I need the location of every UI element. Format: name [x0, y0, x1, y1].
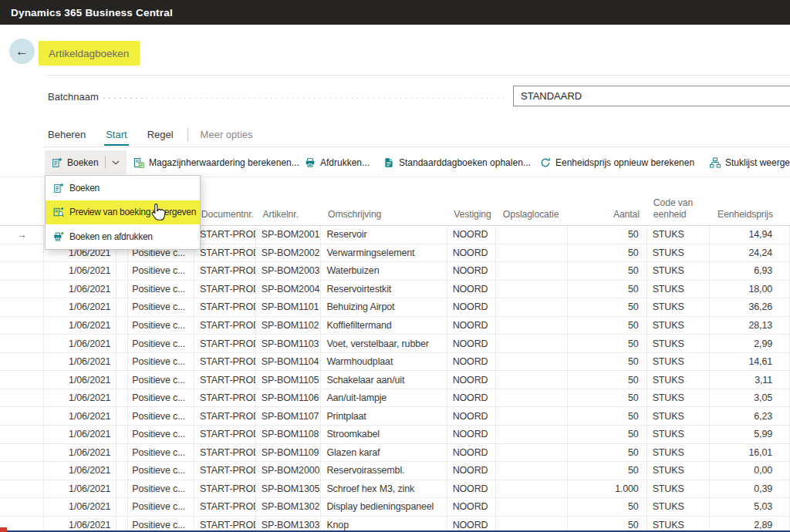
- cell[interactable]: SP-BOM1107: [256, 407, 322, 425]
- cell[interactable]: 1/06/2021: [44, 353, 117, 371]
- cell[interactable]: 5,99: [710, 426, 790, 443]
- cell[interactable]: Positieve c...: [128, 444, 194, 462]
- tab-regel[interactable]: Regel: [147, 129, 174, 140]
- cell[interactable]: 28,13: [710, 317, 790, 335]
- cell[interactable]: [496, 335, 568, 352]
- cell[interactable]: STUKS: [647, 226, 711, 244]
- cell[interactable]: STUKS: [647, 389, 711, 407]
- cell[interactable]: START-PROD: [194, 244, 256, 262]
- cell[interactable]: Behuizing Airpot: [321, 298, 447, 316]
- cell[interactable]: 6,23: [710, 407, 790, 425]
- cell[interactable]: Display bedieningspaneel: [321, 498, 447, 516]
- cell[interactable]: [116, 371, 128, 389]
- cell[interactable]: 6,93: [710, 262, 790, 280]
- cell[interactable]: Printplaat: [321, 407, 447, 425]
- cell[interactable]: START-PROD: [194, 353, 256, 371]
- cell[interactable]: 0,00: [710, 462, 790, 480]
- cell[interactable]: NOORD: [447, 371, 497, 389]
- cell[interactable]: Voet, verstelbaar, rubber: [321, 335, 447, 352]
- cell[interactable]: 1/06/2021: [44, 335, 117, 352]
- cell[interactable]: Positieve c...: [128, 371, 194, 389]
- chevron-down-icon[interactable]: [112, 160, 120, 165]
- cell[interactable]: Positieve c...: [128, 407, 194, 425]
- cell[interactable]: 1/06/2021: [44, 426, 117, 443]
- cell[interactable]: [496, 298, 568, 316]
- cell[interactable]: Positieve c...: [128, 480, 194, 498]
- cell[interactable]: 50: [568, 462, 647, 480]
- cell[interactable]: NOORD: [447, 262, 497, 280]
- back-button[interactable]: ←: [9, 39, 35, 64]
- cell[interactable]: SP-BOM1103: [256, 335, 322, 352]
- cell[interactable]: 1.000: [568, 480, 647, 498]
- cell[interactable]: Reservoirtestkit: [321, 281, 447, 298]
- cell[interactable]: 50: [568, 244, 647, 262]
- cell[interactable]: 5,03: [710, 498, 790, 516]
- toolbar-eenheidsprijs-opnieuw-berekenen-button[interactable]: Eenheidsprijs opnieuw berekenen: [540, 150, 694, 174]
- cell[interactable]: [496, 498, 568, 516]
- toolbar-afdrukken-button[interactable]: Afdrukken...: [305, 150, 370, 174]
- cell[interactable]: SP-BOM1305: [256, 480, 322, 498]
- cell[interactable]: [116, 298, 128, 316]
- cell[interactable]: Positieve c...: [128, 353, 194, 371]
- cell[interactable]: Koffiefiltermand: [321, 317, 447, 335]
- cell[interactable]: START-PROD: [194, 298, 256, 316]
- cell[interactable]: STUKS: [647, 498, 711, 516]
- cell[interactable]: Schroef hex M3, zink: [321, 480, 447, 498]
- cell[interactable]: 50: [568, 262, 647, 280]
- cell[interactable]: START-PROD: [194, 407, 256, 425]
- cell[interactable]: 50: [568, 407, 647, 425]
- cell[interactable]: 50: [568, 281, 647, 298]
- cell[interactable]: NOORD: [447, 281, 497, 298]
- cell[interactable]: [116, 462, 128, 480]
- cell[interactable]: SP-BOM1104: [256, 353, 322, 371]
- cell[interactable]: START-PROD: [194, 317, 256, 335]
- menu-item-boeken[interactable]: Boeken: [46, 176, 200, 200]
- cell[interactable]: [116, 281, 128, 298]
- cell[interactable]: STUKS: [647, 244, 711, 262]
- cell[interactable]: 50: [568, 353, 647, 371]
- cell[interactable]: NOORD: [447, 389, 497, 407]
- cell[interactable]: [496, 244, 568, 262]
- more-options-menu[interactable]: Meer opties: [201, 129, 253, 140]
- cell[interactable]: 14,94: [710, 226, 790, 244]
- cell[interactable]: SP-BOM1106: [256, 389, 322, 407]
- cell[interactable]: Reservoir: [321, 226, 447, 244]
- cell[interactable]: [116, 407, 128, 425]
- cell[interactable]: Positieve c...: [128, 298, 194, 316]
- tab-start[interactable]: Start: [106, 129, 127, 140]
- cell[interactable]: 1/06/2021: [44, 298, 117, 316]
- cell[interactable]: 1/06/2021: [44, 262, 117, 280]
- cell[interactable]: 16,01: [710, 444, 790, 462]
- cell[interactable]: Verwarmingselement: [321, 244, 447, 262]
- cell[interactable]: [116, 426, 128, 443]
- cell[interactable]: Aan/uit-lampje: [321, 389, 447, 407]
- cell[interactable]: 1/06/2021: [44, 498, 117, 516]
- cell[interactable]: 1/06/2021: [44, 444, 117, 462]
- cell[interactable]: [116, 317, 128, 335]
- cell[interactable]: [116, 444, 128, 462]
- column-header-eenheidsprijs[interactable]: Eenheidsprijs: [710, 197, 790, 225]
- menu-item-boeken-en-afdrukken[interactable]: Boeken en afdrukken: [46, 224, 200, 249]
- cell[interactable]: START-PROD: [194, 226, 256, 244]
- cell[interactable]: START-PROD: [194, 335, 256, 352]
- toolbar-magazijnherwaardering-berekenen-button[interactable]: Magazijnherwaardering berekenen...: [133, 150, 299, 174]
- cell[interactable]: [116, 480, 128, 498]
- cell[interactable]: 50: [568, 444, 647, 462]
- cell[interactable]: Warmhoudplaat: [321, 353, 447, 371]
- cell[interactable]: NOORD: [447, 317, 497, 335]
- cell[interactable]: [496, 407, 568, 425]
- cell[interactable]: [496, 371, 568, 389]
- cell[interactable]: NOORD: [447, 226, 497, 244]
- cell[interactable]: STUKS: [647, 407, 711, 425]
- cell[interactable]: [116, 353, 128, 371]
- cell[interactable]: START-PROD: [194, 426, 256, 443]
- cell[interactable]: Schakelaar aan/uit: [321, 371, 447, 389]
- tab-beheren[interactable]: Beheren: [48, 129, 86, 140]
- cell[interactable]: STUKS: [647, 262, 711, 280]
- cell[interactable]: [116, 262, 128, 280]
- cell[interactable]: [496, 281, 568, 298]
- cell[interactable]: STUKS: [647, 462, 711, 480]
- cell[interactable]: 50: [568, 371, 647, 389]
- cell[interactable]: 1/06/2021: [44, 317, 117, 335]
- cell[interactable]: SP-BOM2003: [256, 262, 322, 280]
